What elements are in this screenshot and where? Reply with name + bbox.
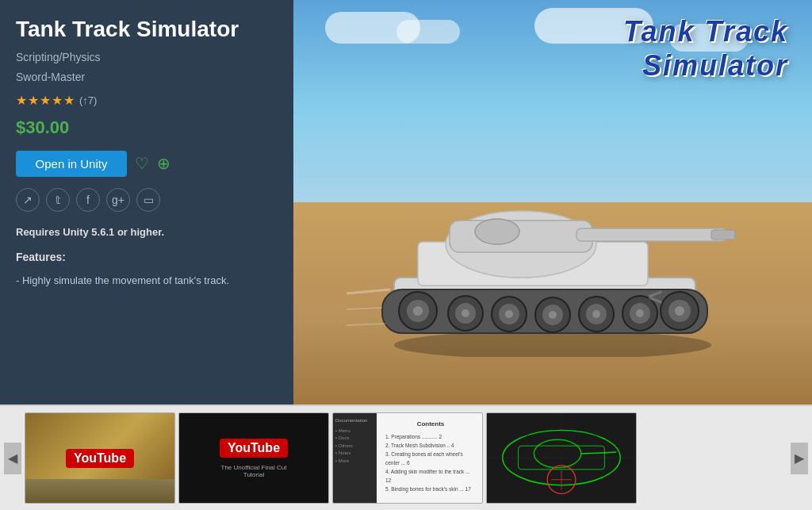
facebook-icon[interactable]: f — [76, 188, 100, 212]
doc-line-1: 1. Preparations ........... 2 — [385, 432, 476, 441]
wishlist-icon[interactable]: ♡ — [135, 154, 149, 173]
doc-line-4: 4. Adding skin modifier to the track ...… — [385, 467, 476, 485]
doc-line-2: 2. Track Mesh Subdivision .. 4 — [385, 441, 476, 450]
thumbnail-4[interactable] — [486, 412, 637, 504]
doc-toc-title: Contents — [385, 420, 476, 428]
wheel-7-hub — [675, 306, 684, 316]
doc-nav-item-4: • Notes — [335, 450, 374, 458]
doc-line-5: 5. Binding bones for track's skin ... 17 — [385, 485, 476, 493]
asset-category: Scripting/Physics — [16, 51, 278, 63]
embed-icon[interactable]: ▭ — [136, 188, 160, 212]
rating-count: (↑7) — [79, 94, 97, 106]
game-title-overlay: Tank Track Simulator — [623, 14, 788, 82]
motion-line-1 — [347, 290, 390, 293]
youtube-logo-2: YouTube The Unofficial Final Cut Tutoria… — [216, 439, 291, 478]
share-icon[interactable]: ↗ — [16, 188, 40, 212]
asset-price: $30.00 — [16, 117, 278, 138]
doc-line-3: 3. Creating bones at each wheel's center… — [385, 450, 476, 467]
wheel-4-hub — [549, 311, 557, 319]
youtube-text-1: YouTube — [74, 451, 126, 465]
asset-title: Tank Track Simulator — [16, 16, 278, 43]
tank-svg: < — [347, 167, 759, 357]
thumbnail-2[interactable]: YouTube The Unofficial Final Cut Tutoria… — [178, 412, 329, 504]
next-thumbnail-button[interactable]: ▶ — [791, 443, 808, 474]
tank-image: < — [341, 119, 764, 357]
thumbnail-1[interactable]: YouTube — [25, 412, 175, 504]
doc-nav-label: Documentation — [335, 417, 374, 425]
3d-view — [487, 413, 636, 503]
motion-line-2 — [347, 308, 382, 309]
rating-row: ★★★★★ (↑7) — [16, 93, 278, 108]
social-row: ↗ 𝕥 f g+ ▭ — [16, 188, 278, 212]
prev-thumbnail-button[interactable]: ◀ — [4, 443, 21, 474]
gun-barrel — [576, 228, 727, 241]
wheel-6-hub — [636, 309, 644, 317]
doc-content: Documentation • Menu • Docs • Others • N… — [333, 413, 482, 500]
turret-body — [450, 220, 592, 252]
features-label: Features: — [16, 251, 278, 263]
tank-shadow — [394, 331, 711, 357]
thumb-landscape-1 — [25, 479, 174, 503]
open-unity-button[interactable]: Open in Unity — [16, 151, 127, 177]
wheel-1-hub — [413, 306, 423, 316]
thumbnail-3[interactable]: Documentation • Menu • Docs • Others • N… — [332, 412, 483, 504]
doc-nav-item-3: • Others — [335, 443, 374, 451]
thumbnails-area: ◀ YouTube YouTube The Unofficial Final C… — [0, 405, 812, 510]
googleplus-icon[interactable]: g+ — [106, 188, 130, 212]
doc-nav-item-5: • More — [335, 458, 374, 466]
motion-line-3 — [347, 324, 386, 325]
hatch — [475, 219, 519, 244]
wheel-2-hub — [462, 309, 469, 317]
star-icons: ★★★★★ — [16, 93, 75, 108]
wheel-5-hub — [592, 310, 600, 318]
cloud-2 — [396, 20, 460, 44]
doc-main-content: Contents 1. Preparations ........... 2 2… — [385, 420, 476, 494]
game-title-line1: Tank Track — [623, 14, 788, 48]
requires-text: Requires Unity 5.6.1 or higher. — [16, 226, 278, 238]
youtube-text-2: YouTube — [228, 441, 280, 454]
twitter-icon[interactable]: 𝕥 — [46, 188, 70, 212]
youtube-sub-2: The Unofficial Final Cut Tutorial — [216, 464, 291, 478]
action-row: Open in Unity ♡ ⊕ — [16, 151, 278, 177]
wheel-3-hub — [505, 310, 513, 318]
game-title-line2: Simulator — [623, 48, 788, 82]
add-to-cart-icon[interactable]: ⊕ — [157, 154, 170, 173]
thumbnails-list: YouTube YouTube The Unofficial Final Cut… — [21, 406, 791, 510]
main-image-area: Tank Track Simulator — [293, 0, 812, 405]
3d-svg — [487, 412, 636, 504]
asset-author: Sword-Master — [16, 71, 278, 83]
hull-mark: < — [648, 282, 663, 311]
doc-nav-item-2: • Docs — [335, 435, 374, 443]
gun-muzzle — [711, 230, 735, 240]
doc-nav-item-1: • Menu — [335, 428, 374, 435]
sidebar: Tank Track Simulator Scripting/Physics S… — [0, 0, 293, 405]
features-text: - Highly simulate the movement of tank's… — [16, 273, 278, 289]
youtube-logo-1: YouTube — [66, 449, 134, 468]
doc-toc-lines: 1. Preparations ........... 2 2. Track M… — [385, 432, 476, 493]
